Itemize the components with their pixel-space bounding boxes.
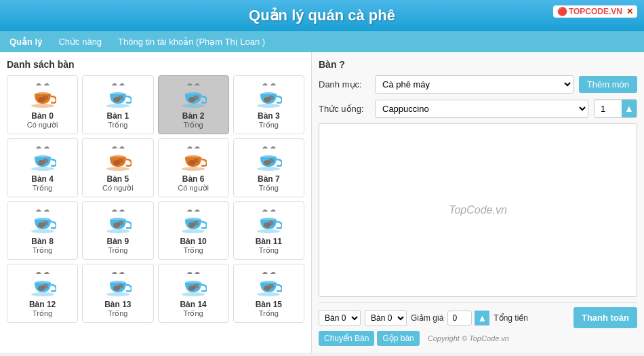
- them-mon-button[interactable]: Thêm món: [579, 76, 637, 93]
- table-item-10[interactable]: ☁ ☁ Bàn 10 Trống: [158, 201, 229, 260]
- svg-point-19: [43, 158, 48, 163]
- cup-icon-container: ☁ ☁: [180, 143, 207, 173]
- table-status: Trống: [10, 246, 75, 255]
- cup-svg: [29, 151, 56, 171]
- cup-svg: [29, 87, 56, 108]
- svg-point-49: [35, 281, 51, 285]
- svg-point-37: [110, 218, 126, 222]
- nav-thong-tin[interactable]: Thông tin tài khoản (Phạm Thị Loan ): [115, 35, 268, 48]
- cup-svg: [255, 87, 282, 108]
- table-item-15[interactable]: ☁ ☁ Bàn 15 Trống: [233, 264, 304, 323]
- cup-icon-container: ☁ ☁: [104, 143, 132, 173]
- thuc-uong-row: Thức uống: CappuccinoEspressoLatteAmeric…: [319, 99, 637, 118]
- table-status: Trống: [237, 121, 301, 130]
- header: Quản lý quán cà phê 🔴 TOPCODE.VN ✕: [0, 0, 644, 31]
- quantity-up-button[interactable]: ▲: [622, 100, 637, 117]
- table-item-4[interactable]: ☁ ☁ Bàn 4 Trống: [7, 138, 78, 197]
- cup-icon-container: ☁ ☁: [104, 206, 132, 236]
- quantity-input[interactable]: [595, 101, 622, 117]
- chuyen-ban-button[interactable]: Chuyển Bàn: [319, 331, 374, 346]
- table-item-7[interactable]: ☁ ☁ Bàn 7 Trống: [233, 138, 304, 197]
- table-item-5[interactable]: ☁ ☁ Bàn 5 Có người: [82, 138, 153, 197]
- cup-svg: [180, 213, 207, 233]
- app-title: Quản lý quán cà phê: [249, 7, 395, 24]
- svg-point-21: [110, 155, 126, 159]
- cup-icon-container: ☁ ☁: [29, 143, 56, 173]
- cup-icon-container: ☁ ☁: [180, 80, 207, 110]
- cup-icon-container: ☁ ☁: [180, 269, 207, 298]
- table-item-6[interactable]: ☁ ☁ Bàn 6 Có người: [158, 138, 229, 197]
- svg-point-39: [118, 221, 123, 226]
- close-icon[interactable]: ✕: [626, 7, 633, 16]
- cup-svg: [104, 87, 132, 108]
- table-name: Bàn 1: [85, 111, 150, 121]
- table-name: Bàn 13: [85, 300, 150, 309]
- giam-gia-input[interactable]: [447, 311, 472, 325]
- table-item-13[interactable]: ☁ ☁ Bàn 13 Trống: [82, 264, 153, 323]
- svg-point-11: [193, 95, 199, 100]
- table-status: Trống: [161, 309, 226, 318]
- svg-point-60: [257, 292, 280, 296]
- svg-point-9: [185, 92, 201, 96]
- table-grid: ☁ ☁ Bàn 0 Có người ☁ ☁: [7, 75, 304, 323]
- table-item-14[interactable]: ☁ ☁ Bàn 14 Trống: [158, 264, 229, 323]
- order-panel: Bàn ? Danh mục: Cà phê máyCà phê phinNướ…: [312, 52, 644, 353]
- nav-chuc-nang[interactable]: Chức năng: [56, 35, 104, 48]
- danh-muc-row: Danh mục: Cà phê máyCà phê phinNước ngọt…: [319, 75, 637, 94]
- svg-point-7: [118, 95, 123, 100]
- table-name: Bàn 3: [237, 111, 301, 121]
- svg-point-45: [260, 218, 277, 222]
- svg-point-28: [257, 167, 280, 171]
- cup-icon-container: ☁ ☁: [29, 206, 56, 236]
- gop-ban-button[interactable]: Gộp bàn: [377, 331, 419, 346]
- table-item-1[interactable]: ☁ ☁ Bàn 1 Trống: [82, 75, 153, 134]
- table-item-2[interactable]: ☁ ☁ Bàn 2 Trống: [158, 75, 229, 134]
- cup-icon-container: ☁ ☁: [104, 80, 132, 110]
- svg-point-4: [106, 104, 129, 108]
- svg-point-27: [193, 158, 199, 163]
- cup-svg: [104, 213, 132, 233]
- table-item-3[interactable]: ☁ ☁ Bàn 3 Trống: [233, 75, 304, 134]
- table-item-12[interactable]: ☁ ☁ Bàn 12 Trống: [7, 264, 78, 323]
- cup-icon-container: ☁ ☁: [255, 143, 282, 173]
- cup-svg: [180, 151, 207, 171]
- table-name: Bàn 5: [85, 174, 150, 184]
- copyright-text: Copyright © TopCode.vn: [428, 334, 509, 342]
- cup-icon-container: ☁ ☁: [29, 269, 56, 298]
- table-status: Có người: [85, 184, 150, 193]
- table-name: Bàn 15: [237, 300, 301, 309]
- cup-icon-container: ☁ ☁: [255, 206, 282, 236]
- thuc-uong-select[interactable]: CappuccinoEspressoLatteAmericano: [375, 100, 588, 118]
- table-name: Bàn 2: [161, 111, 226, 121]
- table-item-11[interactable]: ☁ ☁ Bàn 11 Trống: [233, 201, 304, 260]
- svg-point-56: [182, 292, 205, 296]
- bottom-bar: Bàn 0 Bàn 0 Giảm giá ▲ Tổng tiền Thanh t…: [319, 302, 637, 328]
- nav-quan-ly[interactable]: Quản lý: [7, 35, 45, 48]
- svg-point-43: [193, 221, 199, 226]
- cup-svg: [255, 213, 282, 233]
- logo-text: TOPCODE.VN: [569, 7, 622, 16]
- cup-svg: [255, 151, 282, 171]
- svg-point-5: [110, 92, 126, 96]
- table-name: Bàn 7: [237, 174, 301, 184]
- thanh-toan-button[interactable]: Thanh toán: [573, 307, 637, 328]
- svg-point-23: [118, 158, 123, 163]
- svg-point-61: [260, 281, 277, 285]
- tong-tien-label: Tổng tiền: [494, 313, 528, 323]
- table-item-8[interactable]: ☁ ☁ Bàn 8 Trống: [7, 201, 78, 260]
- table-item-0[interactable]: ☁ ☁ Bàn 0 Có người: [7, 75, 78, 134]
- chuyen-ban-from-select[interactable]: Bàn 0: [319, 310, 361, 326]
- main-layout: Danh sách bàn ☁ ☁ Bàn 0: [0, 52, 644, 353]
- table-name: Bàn 8: [10, 237, 75, 246]
- cup-svg: [104, 151, 132, 171]
- cup-icon-container: ☁ ☁: [255, 269, 282, 298]
- table-item-9[interactable]: ☁ ☁ Bàn 9 Trống: [82, 201, 153, 260]
- danh-muc-select[interactable]: Cà phê máyCà phê phinNước ngọtTrà: [375, 75, 573, 94]
- table-list-title: Danh sách bàn: [7, 59, 304, 70]
- giam-gia-stepper: ▲: [447, 311, 489, 325]
- chuyen-ban-to-select[interactable]: Bàn 0: [365, 310, 407, 326]
- giam-gia-up-button[interactable]: ▲: [475, 311, 489, 325]
- cup-icon-container: ☁ ☁: [255, 80, 282, 110]
- cup-svg: [255, 276, 282, 296]
- navbar: Quản lý Chức năng Thông tin tài khoản (P…: [0, 31, 644, 52]
